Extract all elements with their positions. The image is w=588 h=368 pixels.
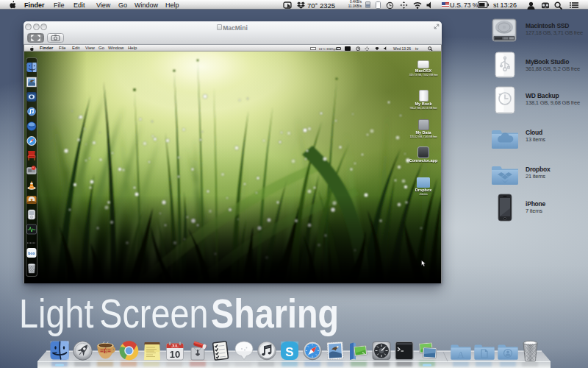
svg-text:10: 10 bbox=[170, 349, 180, 360]
svg-text:A: A bbox=[457, 349, 465, 360]
svg-text:JUL: JUL bbox=[171, 344, 178, 348]
svg-text:S: S bbox=[285, 345, 293, 359]
svg-text:box: box bbox=[28, 251, 35, 255]
svg-text:É: É bbox=[104, 347, 107, 355]
